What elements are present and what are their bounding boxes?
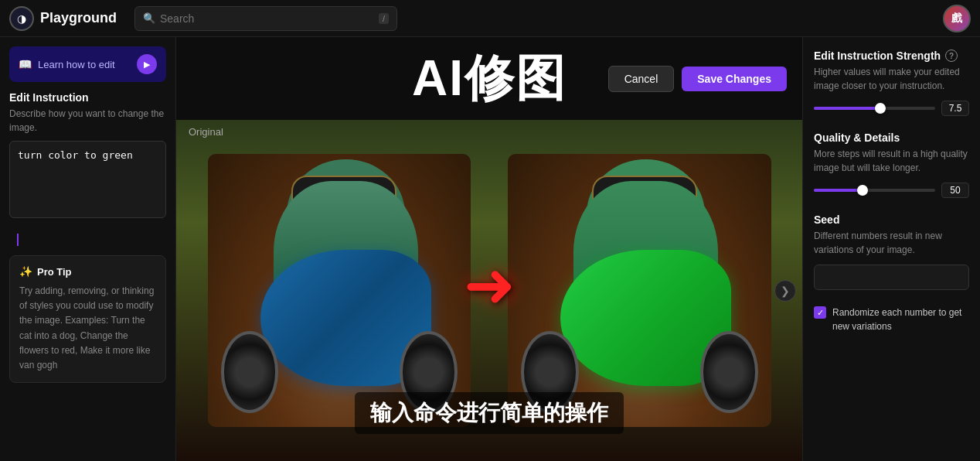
quality-section: Quality & Details More steps will result… xyxy=(814,131,969,198)
cursor-indicator xyxy=(17,234,19,246)
quality-desc: More steps will result in a high quality… xyxy=(814,147,969,175)
pro-tip-box: ✨ Pro Tip Try adding, removing, or think… xyxy=(9,255,166,383)
action-buttons: Cancel Save Changes xyxy=(608,66,787,92)
image-comparison: ➜ 输入命令进行简单的操作 ❯ xyxy=(176,120,802,461)
topbar-right: 戲 xyxy=(943,5,971,32)
red-arrow-icon: ➜ xyxy=(464,249,516,321)
book-icon: 📖 xyxy=(19,58,32,70)
wheel-rear-right xyxy=(700,331,758,413)
seed-section: Seed Different numbers result in new var… xyxy=(814,213,969,290)
play-button[interactable]: ▶ xyxy=(137,54,157,74)
pro-tip-body: Try adding, removing, or thinking of sty… xyxy=(19,284,156,373)
frog-figure-left xyxy=(208,154,471,427)
edit-instruction-desc: Describe how you want to change the imag… xyxy=(9,107,166,135)
edit-instruction-input[interactable]: turn color to green xyxy=(9,141,166,218)
original-image xyxy=(208,154,471,427)
seed-title: Seed xyxy=(814,213,969,226)
user-avatar[interactable]: 戲 xyxy=(943,5,971,32)
save-button[interactable]: Save Changes xyxy=(682,67,787,91)
strength-slider-thumb[interactable] xyxy=(875,103,886,114)
quality-title: Quality & Details xyxy=(814,131,969,144)
cancel-button[interactable]: Cancel xyxy=(608,66,675,92)
learn-banner[interactable]: 📖 Learn how to edit ▶ xyxy=(9,46,166,82)
center-content: AI修图 Cancel Save Changes Original xyxy=(176,37,802,461)
quality-value: 50 xyxy=(941,183,969,198)
page-title: AI修图 xyxy=(412,45,567,112)
learn-banner-text: Learn how to edit xyxy=(38,59,131,70)
main-layout: 📖 Learn how to edit ▶ Edit Instruction D… xyxy=(0,37,980,461)
slash-badge: / xyxy=(379,13,389,24)
edited-image xyxy=(508,154,771,427)
logo-area: ◑ Playground xyxy=(9,6,125,31)
quality-slider-fill xyxy=(814,189,863,192)
edit-instruction-title: Edit Instruction xyxy=(9,91,166,104)
randomize-row: Randomize each number to get new variati… xyxy=(814,306,969,333)
randomize-checkbox[interactable] xyxy=(814,306,826,319)
left-sidebar: 📖 Learn how to edit ▶ Edit Instruction D… xyxy=(0,37,176,461)
search-bar[interactable]: 🔍 / xyxy=(134,6,397,31)
search-input[interactable] xyxy=(160,12,374,25)
logo-icon: ◑ xyxy=(9,6,34,31)
strength-value: 7.5 xyxy=(941,101,969,116)
quality-slider-track[interactable] xyxy=(814,189,935,192)
right-sidebar: Edit Instruction Strength ? Higher value… xyxy=(802,37,980,461)
wheel-front-left xyxy=(221,331,279,413)
edit-instruction-section: Edit Instruction Describe how you want t… xyxy=(9,91,166,221)
center-header: AI修图 Cancel Save Changes xyxy=(176,37,802,120)
search-icon: 🔍 xyxy=(143,12,155,24)
cn-subtitle: 输入命令进行简单的操作 xyxy=(355,392,624,434)
strength-section: Edit Instruction Strength ? Higher value… xyxy=(814,50,969,116)
quality-slider-row: 50 xyxy=(814,183,969,198)
strength-slider-track[interactable] xyxy=(814,107,935,110)
seed-input[interactable] xyxy=(814,265,969,290)
image-area: Original ➜ xyxy=(176,120,802,461)
topbar: ◑ Playground 🔍 / 戲 xyxy=(0,0,980,37)
quality-slider-thumb[interactable] xyxy=(857,185,868,196)
strength-slider-row: 7.5 xyxy=(814,101,969,116)
pro-tip-title: ✨ Pro Tip xyxy=(19,265,156,278)
seed-desc: Different numbers result in new variatio… xyxy=(814,229,969,257)
expand-button[interactable]: ❯ xyxy=(774,280,796,302)
randomize-label: Randomize each number to get new variati… xyxy=(832,306,969,333)
original-label: Original xyxy=(189,126,223,138)
strength-desc: Higher values will make your edited imag… xyxy=(814,65,969,93)
app-title: Playground xyxy=(40,10,117,26)
frog-figure-right xyxy=(508,154,771,427)
strength-slider-fill xyxy=(814,107,880,110)
strength-title: Edit Instruction Strength ? xyxy=(814,50,969,62)
sparkle-icon: ✨ xyxy=(19,265,32,278)
strength-info-icon[interactable]: ? xyxy=(945,50,958,62)
